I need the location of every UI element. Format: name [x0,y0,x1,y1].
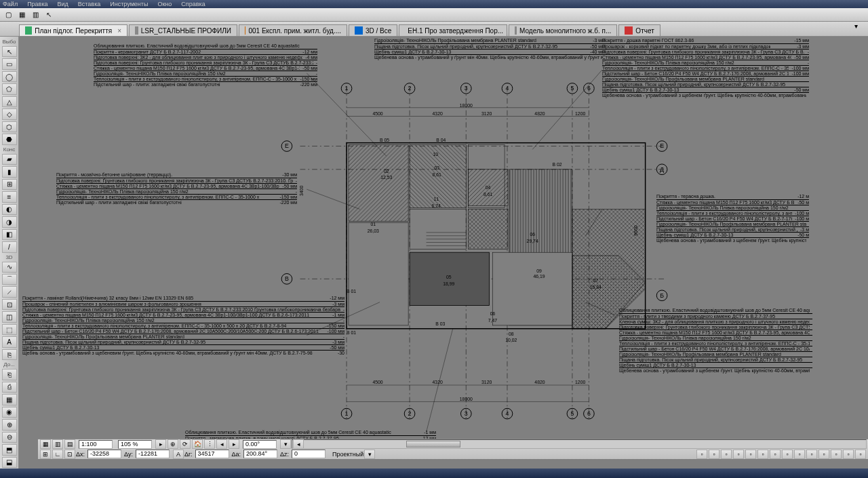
tool-button[interactable]: ↖ [2,46,17,57]
tool-button[interactable]: ⟋ [2,286,17,297]
tool-button[interactable]: ▭ [2,58,17,69]
notes-bottom-left: Покриття - ламінат Rolland(Німеччина) 32… [22,296,344,355]
tool-button[interactable]: ⬣ [2,134,17,144]
tool-button[interactable]: △ [2,96,17,107]
document-tab[interactable]: 001 Експл. прим. житл. буд.... [239,24,347,36]
close-icon[interactable]: × [117,27,121,35]
tool-button[interactable]: ⎙ [2,382,17,393]
tool-button[interactable]: ◯ [2,71,17,82]
arrow-btn[interactable]: ▸ [155,439,166,449]
arrow-btn[interactable]: ⋮ [204,439,215,449]
arrow-btn[interactable]: ◂ [216,439,227,449]
document-tab[interactable]: 3D / Все [349,24,397,36]
menu-bar[interactable]: ФайлПравкаВидВставкаИнструментыОкноСправ… [0,0,868,8]
note-value: -100 мм [327,329,344,334]
zoom-input[interactable]: 105 % [118,440,152,449]
tool-button[interactable]: ≡ [2,191,17,202]
view-btn[interactable]: ▤ [64,439,75,449]
tool-button[interactable]: ◫ [2,311,17,322]
menu-item[interactable]: Справка [181,1,205,7]
tool-button[interactable]: ⬡ [2,121,17,132]
note-value: -100 мм [791,71,809,77]
tool-button[interactable]: ⊡ [2,299,17,310]
view-btn[interactable]: ▦ [40,439,51,449]
scale-input[interactable]: 1:100 [79,440,113,449]
tool-button[interactable]: ▥ [29,9,41,20]
menu-item[interactable]: Инструменты [110,1,148,7]
tool-button[interactable]: ▦ [2,394,17,405]
note-text: Покриття - терасна дошка. [656,194,715,199]
note-value: -30 [338,351,344,356]
tool-button[interactable]: ⊖ [2,432,17,443]
document-tab[interactable]: Отчет [618,24,660,36]
tool-arrow[interactable]: ↖ [43,9,55,20]
menu-item[interactable]: Вид [58,1,68,7]
notes-mid-left: Покриття - мозаїчно-бетонне шліфоване (т… [56,172,297,205]
horizontal-scrollbar[interactable]: ◂ [292,439,867,449]
coord-btn[interactable]: ⊡ [64,450,75,459]
coord-btn[interactable]: ⊞ [40,450,51,459]
menu-item[interactable]: Вставка [78,1,100,7]
tool-button[interactable]: ⬠ [2,83,17,94]
arrow-btn[interactable]: ⟳ [180,439,191,449]
tool-button[interactable]: / [2,241,17,252]
tool-button[interactable]: ▰ [2,154,17,165]
svg-text:1: 1 [345,410,349,417]
svg-text:7,47: 7,47 [488,318,498,323]
da-input[interactable]: 200.84° [243,450,277,458]
coord-btn[interactable]: ∟ [52,450,63,459]
tool-button[interactable]: ▦ [16,9,28,20]
tool-button[interactable]: ⎗ [2,369,17,380]
tool-button[interactable]: ⎘ [2,349,17,360]
tool-button[interactable]: ▢ [2,9,14,20]
svg-text:3: 3 [465,410,468,417]
arrow-btn[interactable]: 🏠 [192,439,203,449]
document-tab[interactable]: ЕН.1 Про затвердження Пор... [399,24,507,36]
svg-text:Д: Д [660,166,664,173]
tool-button[interactable]: ⬓ [2,457,17,468]
tool-button[interactable]: ⌒ [2,274,17,285]
note-text: Підготовка поверхні: 3К2 - для облицюван… [94,55,302,60]
dz-input[interactable]: 0 [292,450,326,458]
svg-text:3120: 3120 [481,111,492,116]
tool-button[interactable]: ◐ [2,204,17,215]
tool-button[interactable]: ⊕ [2,419,17,430]
tool-group-label: Конс [3,146,16,153]
note-text: Підстильний шар - Бетон С16/20 Р4 F50 W4… [22,329,319,334]
menu-item[interactable]: Окно [157,1,172,7]
document-tab[interactable]: Модель монолитного ж.б. п... [509,24,617,36]
note-text: Підготовка поверхні: Ґрунтовка глибокого… [602,49,805,55]
view-controls-bar: ▦ ▥ ▤ 1:100 105 % ▸ ⊕ ⟳ 🏠 ⋮ ◂ ▸ 0.00° ▾ … [38,439,868,459]
tool-button[interactable]: ⬒ [2,444,17,455]
note-text: Підготовка поверхні: Ґрунтовка глибокого… [56,178,293,184]
tool-button[interactable]: ⬚ [2,324,17,335]
menu-item[interactable]: Правка [27,1,47,7]
tool-button[interactable]: ◧ [2,229,17,240]
tool-button[interactable]: ⊞ [2,179,17,190]
note-value: - [316,60,317,66]
note-text: Піщана підготовка. Пісок щільний природн… [619,357,802,363]
tool-button[interactable]: ◉ [2,407,17,418]
tool-button[interactable]: ∿ [2,262,17,273]
tab-overflow-icon[interactable]: ▾ [854,22,867,35]
dx-input[interactable]: -32258 [87,450,121,458]
angle-input[interactable]: 0.00° [243,440,277,449]
svg-text:07: 07 [593,278,598,283]
arrow-btn[interactable]: ▾ [280,439,291,449]
document-tab[interactable]: План підлог. Перекриття × [19,24,127,36]
dr-input[interactable]: 34517 [195,450,229,458]
arrow-btn[interactable]: ▸ [229,439,239,449]
note-value: -150 мм [327,323,344,329]
drawing-canvas[interactable]: 4500 4320 3120 4820 1200 18000 4500 4320… [19,37,868,469]
tool-button[interactable]: ◑ [2,216,17,227]
view-btn[interactable]: ▥ [52,439,63,449]
note-value: -50 м [797,200,809,205]
menu-item[interactable]: Файл [3,1,18,7]
taskbar[interactable] [0,469,868,478]
arrow-btn[interactable]: ⊕ [167,439,178,449]
tool-button[interactable]: A [2,336,17,347]
document-tab[interactable]: LSR_СТАЛЬНЫЕ ПРОФИЛИ [129,24,237,36]
tool-button[interactable]: ▮ [2,166,17,177]
tool-button[interactable]: ◇ [2,108,17,119]
dy-input[interactable]: -12281 [136,450,170,458]
